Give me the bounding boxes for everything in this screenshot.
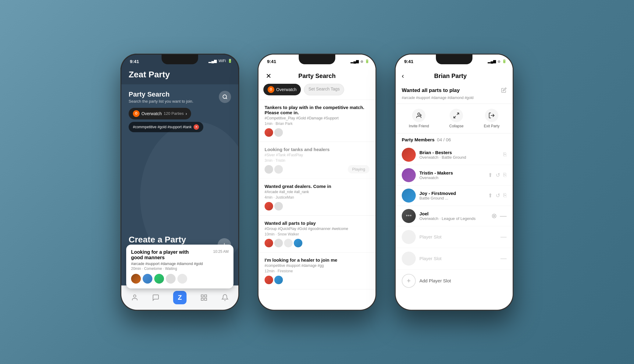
search-button[interactable] <box>219 91 231 103</box>
time-3: 9:41 <box>404 59 413 64</box>
overwatch-filter-icon: O <box>268 86 274 93</box>
avatar-2 <box>143 274 152 284</box>
phone-3: 9:41 ▂▄▆ ⌾ 🔋 ‹ Brian Party Wanted all pa… <box>395 54 514 311</box>
avatar-1 <box>131 274 141 284</box>
svg-rect-5 <box>205 298 207 300</box>
exit-label: Exit Party <box>484 124 499 128</box>
slot-remove-1[interactable]: — <box>500 233 507 240</box>
party-tags: #Siver #Tank #FastPlay <box>265 153 369 157</box>
joel-name: Joel <box>419 211 491 216</box>
card-time: 10:25 AM <box>213 249 229 254</box>
joy-avatar <box>402 189 416 203</box>
p3-title: Brian Party <box>434 72 467 80</box>
joy-game: Battle Ground ... <box>419 196 488 200</box>
avatar-3 <box>154 274 164 284</box>
close-button[interactable]: ✕ <box>266 72 276 80</box>
copy-icon-3[interactable]: ⎘ <box>503 192 507 199</box>
phone-1: 9:41 ▂▄▆ WiFi 🔋 Zeat Party Party Search <box>120 54 239 311</box>
slot-label-1: Player Slot <box>419 234 500 239</box>
svg-point-7 <box>418 113 420 115</box>
copy-icon-2[interactable]: ⎘ <box>503 172 507 178</box>
joel-actions: ⊗ — <box>491 212 507 220</box>
collapse-icon <box>450 109 463 122</box>
back-button[interactable]: ‹ <box>402 72 404 80</box>
slot-remove-2[interactable]: — <box>500 255 507 262</box>
hashtag-filter-chip[interactable]: #commpetitive #gold #support #tank ✕ <box>129 122 203 132</box>
member-row-tristin: Tristin - Makers Overwatch ⬆ ↺ ⎘ <box>396 165 513 186</box>
exit-party-button[interactable]: Exit Party <box>484 109 499 128</box>
party-avatar <box>265 202 273 210</box>
party-avatar <box>274 276 283 284</box>
party-avatar <box>274 202 283 210</box>
svg-line-11 <box>454 116 456 118</box>
time-1: 9:41 <box>130 59 139 64</box>
signal-icon-3: ▂▄▆ <box>488 59 496 63</box>
tab-notifications[interactable] <box>218 292 232 304</box>
card-tags: #arcade #support #damage #diamond #gold <box>131 262 229 266</box>
party-avatar <box>265 276 273 284</box>
promote-icon-2[interactable]: ⬆ <box>488 192 493 199</box>
copy-icon[interactable]: ⎘ <box>503 151 507 158</box>
wifi-icon-1: WiFi <box>219 59 226 63</box>
add-slot-plus-icon: + <box>402 274 416 288</box>
avatar-4 <box>166 274 176 284</box>
party-avatars <box>265 276 369 284</box>
swap-icon[interactable]: ↺ <box>496 172 500 178</box>
party-card[interactable]: Looking for a player with good manners 1… <box>126 245 233 288</box>
party-info-section: Wanted all parts to play #arcade #suppor… <box>396 84 513 104</box>
tab-party-active[interactable]: Z <box>169 288 190 307</box>
promote-icon[interactable]: ⬆ <box>488 172 493 178</box>
overwatch-filter[interactable]: O Overwatch <box>263 84 301 95</box>
tab-chat[interactable] <box>148 292 163 304</box>
party-actions: Invite Friend Collapse <box>396 104 513 133</box>
list-item[interactable]: Tankers to play with in the competitive … <box>258 100 376 142</box>
p3-header: ‹ Brian Party <box>396 70 513 84</box>
party-title: Tankers to play with in the competitive … <box>265 105 369 115</box>
notch-3 <box>436 55 472 64</box>
minus-icon[interactable]: — <box>500 212 507 220</box>
list-item[interactable]: I'm looking for a healer to join me #com… <box>258 253 376 289</box>
status-icons-2: ▂▄▆ ⌾ 🔋 <box>351 59 369 64</box>
hero-area: Party Search Search the party list you w… <box>121 84 238 310</box>
game-filter-chip[interactable]: O Overwatch 120 Parties › <box>129 108 191 119</box>
collapse-button[interactable]: Collapse <box>449 109 464 128</box>
party-tags: #Arcade #all_role #all_rank <box>265 190 369 194</box>
party-search-subtitle: Search the party list you want to join. <box>129 99 193 104</box>
swap-icon-2[interactable]: ↺ <box>496 192 500 199</box>
party-search-title: Party Search <box>129 90 193 98</box>
tab-grid[interactable] <box>197 292 211 304</box>
party-avatar <box>274 239 283 247</box>
remove-icon[interactable]: ⊗ <box>491 212 497 220</box>
joel-info: Joel Overwatch · League of Legends <box>419 211 491 221</box>
search-tags-filter[interactable]: Set Search Tags <box>304 84 344 95</box>
exit-icon <box>485 109 498 122</box>
card-avatars <box>131 274 229 284</box>
list-item[interactable]: Looking for tanks and healers #Siver #Ta… <box>258 142 376 179</box>
tab-profile[interactable] <box>127 292 142 304</box>
list-item[interactable]: Wanted great dealers. Come in #Arcade #a… <box>258 179 376 216</box>
party-meta: 3min · Tristin <box>265 158 369 163</box>
tristin-actions: ⬆ ↺ ⎘ <box>488 172 507 178</box>
avatar-5 <box>177 274 187 284</box>
remove-filter-button[interactable]: ✕ <box>194 124 199 130</box>
create-party-title: Create a Party <box>129 235 190 245</box>
party-avatars <box>265 165 283 174</box>
player-slot-1: Player Slot — <box>396 226 513 248</box>
list-item[interactable]: Wanted all parts to play #Group #QuickPl… <box>258 216 376 253</box>
invite-friend-button[interactable]: Invite Friend <box>409 109 429 128</box>
party-title: Looking for tanks and healers <box>265 147 369 152</box>
svg-rect-6 <box>201 298 203 300</box>
brian-actions: ⎘ <box>503 151 507 158</box>
tristin-name: Tristin - Makers <box>419 170 488 175</box>
signal-icon-1: ▂▄▆ <box>208 59 217 63</box>
svg-rect-3 <box>201 295 203 297</box>
party-tags: #Competitive_Play #Gold #Damage #Support <box>265 116 369 120</box>
signal-icon-2: ▂▄▆ <box>351 59 359 63</box>
add-player-slot-button[interactable]: + Add Player Slot <box>396 270 513 292</box>
status-icons-1: ▂▄▆ WiFi 🔋 <box>208 59 232 63</box>
edit-button[interactable] <box>501 87 507 94</box>
app-title: Zeat Party <box>121 70 238 84</box>
party-tags: #competitive #support #damage #gg <box>265 263 369 268</box>
svg-rect-4 <box>205 295 207 297</box>
invite-icon <box>412 109 426 122</box>
